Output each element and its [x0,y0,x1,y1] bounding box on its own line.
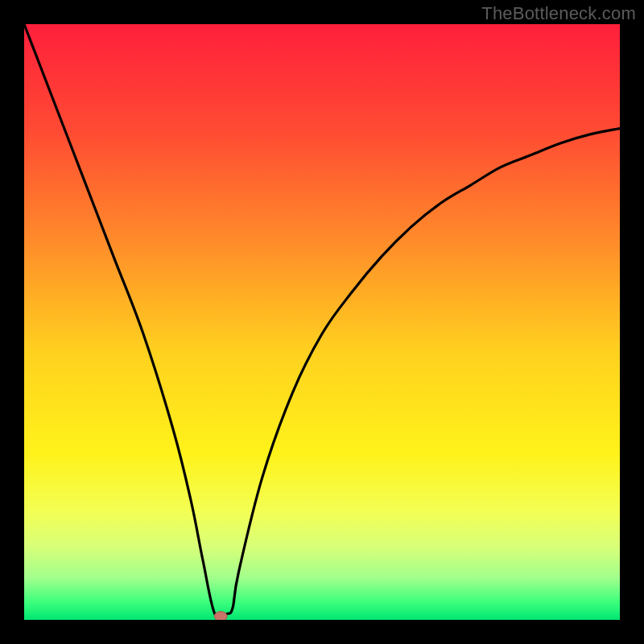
chart-svg [24,24,620,620]
chart-frame: TheBottleneck.com [0,0,644,644]
minimum-marker [214,612,227,620]
plot-area [24,24,620,620]
watermark-text: TheBottleneck.com [481,3,636,24]
plot-background [24,24,620,620]
